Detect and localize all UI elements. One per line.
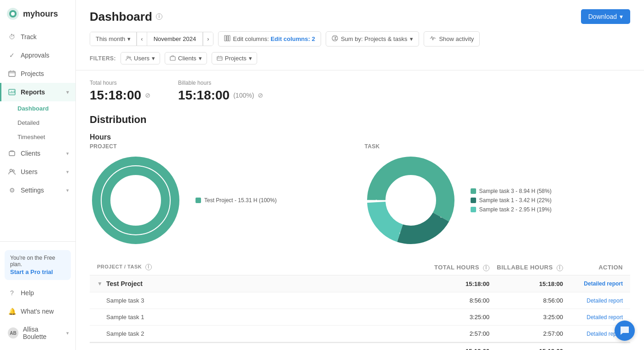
clients-chevron-icon: ▾ (66, 151, 69, 157)
info-icon[interactable]: i (156, 13, 162, 20)
task-legend-label-0: Sample task 3 - 8.94 H (58%) (479, 188, 552, 194)
sidebar-item-label-reports: Reports (21, 88, 45, 96)
total-sum: 15:18:00 (425, 348, 489, 350)
sidebar-item-reports[interactable]: Reports ▾ (0, 83, 75, 101)
users-filter-icon (126, 55, 132, 61)
task-legend-color-1 (471, 198, 476, 203)
sidebar-nav: ⏱ Track ✓ Approvals Projects Reports ▾ D… (0, 28, 75, 241)
project-task-info-icon[interactable]: i (145, 264, 152, 270)
toolbar-row: This month ▾ ‹ November 2024 › Edit colu… (90, 31, 630, 47)
project-legend: Test Project - 15.31 H (100%) (196, 197, 276, 204)
task-name: Sample task 3 (97, 297, 425, 304)
show-activity-label: Show activity (439, 35, 474, 42)
show-activity-button[interactable]: Show activity (424, 31, 480, 47)
users-icon (8, 168, 16, 176)
table-row: Sample task 1 3:25:00 3:25:00 Detailed r… (90, 309, 630, 326)
main-content: Dashboard i Download ▾ This month ▾ ‹ No… (76, 0, 644, 350)
user-name: Allisa Boulette (23, 326, 62, 340)
sidebar-item-label-users: Users (21, 168, 38, 175)
task-billable: 8:56:00 (489, 297, 563, 304)
chat-button[interactable] (615, 321, 635, 341)
activity-icon (430, 35, 436, 43)
sidebar-item-track[interactable]: ⏱ Track (0, 28, 75, 46)
task-legend-item-1: Sample task 1 - 3.42 H (22%) (471, 197, 552, 204)
projects-filter-icon (217, 55, 223, 61)
prev-month-button[interactable]: ‹ (137, 32, 146, 46)
svg-rect-5 (9, 152, 15, 156)
svg-rect-9 (226, 35, 228, 41)
totals-row: 15:18:00 15:18:00 (90, 342, 630, 350)
download-button[interactable]: Download ▾ (581, 9, 630, 24)
sidebar-item-label-help: Help (21, 289, 34, 297)
page-title: Dashboard i (90, 10, 162, 24)
next-month-button[interactable]: › (203, 32, 213, 46)
sidebar-item-label-track: Track (21, 33, 36, 41)
billable-edit-icon[interactable]: ⊘ (258, 92, 263, 99)
svg-rect-10 (228, 35, 230, 41)
sidebar-item-user[interactable]: AB Allisa Boulette ▾ (0, 321, 75, 345)
svg-rect-8 (224, 35, 226, 41)
task-detailed-link[interactable]: Detailed report (563, 314, 623, 321)
chat-icon (620, 326, 630, 336)
edit-columns-button[interactable]: Edit columns: Edit columns: 2 (218, 31, 321, 47)
logo-icon (6, 7, 19, 20)
logo: myhours (0, 0, 75, 28)
total-hours-edit-icon[interactable]: ⊘ (145, 92, 150, 99)
svg-point-6 (10, 169, 12, 172)
reports-submenu: Dashboard Detailed Timesheet (0, 101, 75, 144)
users-filter-button[interactable]: Users ▾ (121, 52, 160, 64)
billable-sum: 15:18:00 (489, 348, 563, 350)
sum-chevron-icon: ▾ (410, 35, 413, 42)
sidebar-item-settings[interactable]: ⚙ Settings ▾ (0, 181, 75, 199)
project-total: 15:18:00 (425, 280, 489, 287)
sidebar-item-projects[interactable]: Projects (0, 64, 75, 83)
task-total: 3:25:00 (425, 314, 489, 321)
reports-chevron-icon: ▾ (66, 89, 69, 95)
billable-pct: (100%) (233, 92, 254, 99)
sidebar-item-clients[interactable]: Clients ▾ (0, 144, 75, 163)
collapse-button[interactable]: ▼ (97, 280, 103, 287)
task-legend: Sample task 3 - 8.94 H (58%) Sample task… (471, 188, 552, 213)
track-icon: ⏱ (8, 33, 16, 41)
period-dropdown-button[interactable]: This month ▾ (90, 32, 137, 46)
pro-trial-link[interactable]: Start a Pro trial (10, 268, 65, 275)
total-hours-block: Total hours 15:18:00 ⊘ (90, 80, 150, 103)
download-chevron-icon: ▾ (620, 13, 623, 20)
page-header: Dashboard i Download ▾ This month ▾ ‹ No… (76, 0, 644, 70)
clients-filter-label: Clients (178, 55, 196, 62)
sidebar-item-help[interactable]: ? Help (0, 284, 75, 302)
projects-filter-button[interactable]: Projects ▾ (212, 52, 257, 64)
settings-icon: ⚙ (8, 186, 16, 194)
billable-hours-info-icon[interactable]: i (557, 265, 563, 271)
sidebar-item-users[interactable]: Users ▾ (0, 163, 75, 181)
sidebar-item-approvals[interactable]: ✓ Approvals (0, 46, 75, 64)
clients-filter-button[interactable]: Clients ▾ (165, 52, 207, 64)
total-hours-info-icon[interactable]: i (483, 265, 489, 271)
task-chart-area: Sample task 3 - 8.94 H (58%) Sample task… (365, 154, 631, 246)
project-detailed-link[interactable]: Detailed report (563, 280, 623, 287)
sidebar-sub-item-dashboard[interactable]: Dashboard (0, 101, 75, 116)
svg-point-2 (11, 12, 15, 16)
task-detailed-link[interactable]: Detailed report (563, 298, 623, 304)
clients-icon (8, 149, 16, 158)
sum-by-button[interactable]: Sum by: Projects & tasks ▾ (326, 31, 420, 47)
task-detailed-link[interactable]: Detailed report (563, 331, 623, 337)
sidebar-sub-item-detailed[interactable]: Detailed (0, 116, 75, 130)
task-total: 2:57:00 (425, 330, 489, 337)
project-chart-block: Project Test Project - 15.31 H (100%) (90, 143, 356, 246)
columns-icon (224, 35, 230, 43)
sidebar-bottom: You're on the Free plan. Start a Pro tri… (0, 241, 75, 350)
table-header: PROJECT / TASK i TOTAL HOURS i BILLABLE … (90, 260, 630, 275)
svg-point-13 (129, 57, 131, 58)
sum-icon (332, 35, 338, 43)
filter-row: FILTERS: Users ▾ Clients ▾ Projects ▾ (90, 52, 630, 70)
projects-filter-chevron: ▾ (249, 55, 252, 62)
task-legend-item-2: Sample task 2 - 2.95 H (19%) (471, 206, 552, 213)
sidebar-item-whats-new[interactable]: 🔔 What's new (0, 302, 75, 321)
task-billable: 2:57:00 (489, 330, 563, 337)
total-hours-value: 15:18:00 ⊘ (90, 88, 150, 103)
sidebar-sub-item-timesheet[interactable]: Timesheet (0, 130, 75, 144)
prev-icon: ‹ (141, 35, 143, 42)
next-icon: › (207, 35, 209, 42)
task-legend-label-1: Sample task 1 - 3.42 H (22%) (479, 197, 552, 204)
